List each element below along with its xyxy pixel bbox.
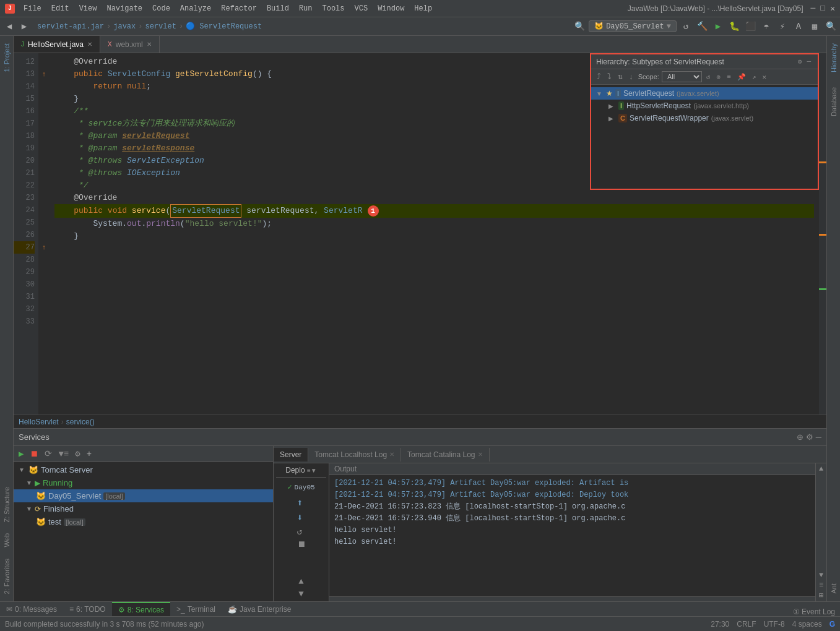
out-align-btn[interactable]: ≡ (819, 581, 823, 590)
line-separator[interactable]: CRLF (737, 620, 756, 629)
close-services-btn[interactable]: ─ (816, 432, 821, 442)
svc-add-btn[interactable]: + (84, 448, 94, 460)
hierarchy-minimize[interactable]: ─ (805, 58, 813, 66)
sidebar-tab-favorites[interactable]: 2: Favorites (2, 554, 12, 599)
finished-group[interactable]: ▼ ⟳ Finished (14, 502, 273, 515)
bc-helloservlet[interactable]: HelloServlet (19, 418, 59, 426)
h-all-btn[interactable]: ⇅ (616, 71, 625, 82)
bc-servletrequest[interactable]: 🔵 ServletRequest (186, 22, 262, 31)
right-tab-database[interactable]: Database (829, 82, 839, 121)
sidebar-tab-project[interactable]: 1: Project (2, 38, 12, 77)
menu-view[interactable]: View (76, 3, 101, 14)
menu-run[interactable]: Run (295, 3, 316, 14)
tab-helloservlet[interactable]: J HelloServlet.java ✕ (14, 36, 100, 53)
out-scroll-up-btn[interactable]: ▲ (819, 465, 823, 473)
expand-services-btn[interactable]: ⊕ (797, 432, 803, 442)
settings-services-btn[interactable]: ⚙ (806, 432, 813, 442)
menu-navigate[interactable]: Navigate (103, 3, 146, 14)
coverage-btn[interactable]: ☂ (760, 20, 773, 33)
bc-service[interactable]: service() (66, 418, 95, 426)
out-expand-btn[interactable]: ⊞ (819, 591, 823, 600)
maximize-btn[interactable]: □ (820, 4, 825, 14)
forward-btn[interactable]: ▶ (17, 20, 31, 33)
hierarchy-item-servletrequest[interactable]: ▼ ★ I ServletRequest (javax.servlet) (591, 87, 818, 100)
tab-tomcat-catalina[interactable]: Tomcat Catalina Log ✕ (401, 448, 489, 461)
back-btn[interactable]: ◀ (2, 20, 16, 33)
scroll-up-btn[interactable]: ▲ (298, 577, 303, 586)
profile-btn[interactable]: ⚡ (776, 20, 789, 33)
tab-webxml[interactable]: X web.xml ✕ (100, 36, 160, 53)
tomcat-server-item[interactable]: ▼ 🐱 Tomcat Server (14, 463, 273, 476)
right-tab-ant[interactable]: Ant (829, 578, 839, 599)
menu-code[interactable]: Code (149, 3, 174, 14)
hierarchy-item-httpservletrequest[interactable]: ▶ I HttpServletRequest (javax.servlet.ht… (591, 100, 818, 112)
h-down-btn[interactable]: ↓ (627, 72, 636, 82)
h-subtypes-btn[interactable]: ⤵ (605, 72, 613, 82)
btab-terminal[interactable]: >_ Terminal (170, 602, 222, 616)
h-supertypes-btn[interactable]: ⤴ (595, 72, 603, 82)
h-expand-btn[interactable]: ≡ (725, 72, 733, 81)
btab-messages[interactable]: ✉ 0: Messages (0, 602, 63, 616)
tab-server[interactable]: Server (274, 448, 308, 461)
menu-help[interactable]: Help (410, 3, 436, 14)
deploy-up-btn[interactable]: ⬆ (297, 497, 306, 509)
hierarchy-settings[interactable]: ⚙ (796, 57, 804, 66)
debug-btn[interactable]: 🐛 (727, 20, 741, 33)
menu-window[interactable]: Window (374, 3, 408, 14)
svc-filter-btn[interactable]: ▼≡ (56, 448, 71, 460)
out-scroll-down-btn[interactable]: ▼ (819, 571, 823, 580)
h-locate-btn[interactable]: ⊕ (715, 72, 723, 82)
menu-edit[interactable]: Edit (48, 3, 73, 14)
deploy-refresh-btn[interactable]: ↺ (297, 526, 306, 537)
menu-build[interactable]: Build (263, 3, 293, 14)
layout-btn[interactable]: ▦ (808, 20, 821, 33)
btab-todo[interactable]: ≡ 6: TODO (63, 602, 112, 616)
test-item[interactable]: 🐱 test [local] (14, 515, 273, 528)
sidebar-tab-web[interactable]: Web (2, 528, 12, 552)
menu-vcs[interactable]: VCS (351, 3, 372, 14)
h-pin-btn[interactable]: 📌 (735, 72, 748, 82)
stop-btn[interactable]: ⬛ (743, 20, 757, 33)
running-group[interactable]: ▼ ▶ Running (14, 476, 273, 489)
close-btn[interactable]: ✕ (830, 4, 835, 14)
btab-java-enterprise[interactable]: ☕ Java Enterprise (222, 602, 297, 616)
scope-select[interactable]: All Project (662, 71, 702, 82)
sidebar-tab-structure[interactable]: Z: Structure (2, 482, 12, 527)
svc-run-btn[interactable]: ▶ (16, 447, 26, 460)
btab-services[interactable]: ⚙ 8: Services (112, 602, 170, 616)
tab-tomcat-localhost[interactable]: Tomcat Localhost Log ✕ (308, 448, 401, 461)
minimize-btn[interactable]: ─ (811, 4, 816, 14)
hierarchy-item-servletrequestwrapper[interactable]: ▶ C ServletRequestWrapper (javax.servlet… (591, 112, 818, 124)
deploy-stop-btn[interactable]: ⏹ (297, 539, 306, 549)
menu-tools[interactable]: Tools (319, 3, 349, 14)
cursor-position[interactable]: 27:30 (711, 620, 729, 629)
menu-analyze[interactable]: Analyze (176, 3, 215, 14)
day05-servlet-item[interactable]: 🐱 Day05_Servlet [local] (14, 489, 273, 502)
h-close-btn[interactable]: ✕ (760, 72, 768, 82)
svc-stop-btn[interactable]: ⏹ (27, 448, 41, 460)
event-log-btn[interactable]: ① Event Log (788, 607, 840, 616)
translate-btn[interactable]: A (792, 20, 805, 33)
tab-tomcat-localhost-close[interactable]: ✕ (389, 451, 394, 458)
deploy-tab-label[interactable]: Deplo ≡▼ (276, 466, 326, 478)
output-scrollbar[interactable] (329, 596, 815, 601)
encoding[interactable]: UTF-8 (764, 620, 785, 629)
indent-settings[interactable]: 4 spaces (792, 620, 822, 629)
svc-restart-btn[interactable]: ⟳ (42, 447, 54, 460)
deploy-down-btn[interactable]: ⬇ (297, 512, 306, 524)
build-btn[interactable]: 🔨 (695, 20, 709, 33)
search-icon[interactable]: 🔍 (573, 20, 586, 33)
tab-tomcat-catalina-close[interactable]: ✕ (478, 451, 483, 458)
tab-webxml-close[interactable]: ✕ (147, 41, 152, 48)
global-search-btn[interactable]: 🔍 (824, 20, 838, 33)
refresh-btn[interactable]: ↺ (679, 20, 693, 33)
tab-helloservlet-close[interactable]: ✕ (87, 41, 92, 48)
svc-config-btn[interactable]: ⚙ (72, 447, 82, 460)
right-tab-hierarchy[interactable]: Hierarchy (829, 38, 839, 77)
run-config[interactable]: 🐱 Day05_Servlet ▼ (589, 20, 677, 32)
menu-file[interactable]: File (20, 3, 45, 14)
scroll-down-btn[interactable]: ▼ (298, 589, 303, 599)
h-external-btn[interactable]: ↗ (750, 72, 758, 82)
menu-refactor[interactable]: Refactor (217, 3, 261, 14)
h-refresh-btn[interactable]: ↺ (704, 72, 712, 82)
